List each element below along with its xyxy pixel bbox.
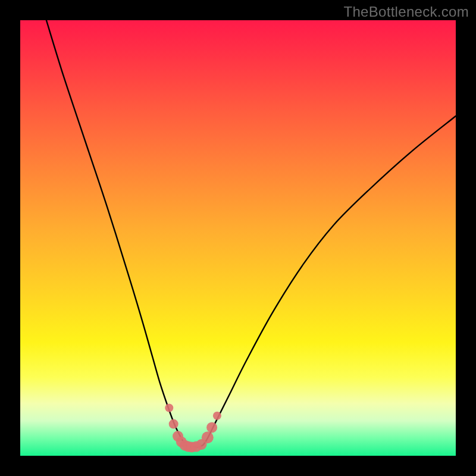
bottleneck-curve [46, 20, 456, 447]
curve-marker [213, 412, 221, 420]
watermark-text: TheBottleneck.com [343, 4, 469, 20]
chart-svg [20, 20, 456, 456]
curve-marker [165, 404, 173, 412]
chart-frame: TheBottleneck.com [0, 0, 476, 476]
curve-marker [169, 419, 178, 429]
plot-area [20, 20, 456, 456]
curve-marker [202, 431, 214, 443]
curve-marker [206, 422, 217, 433]
marker-group [165, 404, 221, 453]
